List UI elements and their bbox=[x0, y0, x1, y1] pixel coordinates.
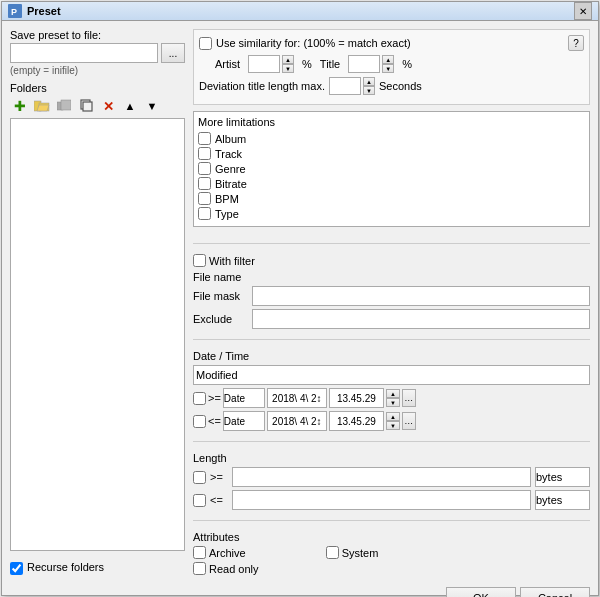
system-checkbox[interactable] bbox=[326, 546, 339, 559]
delete-button[interactable]: ✕ bbox=[98, 96, 118, 116]
length-lte-unit[interactable]: bytes KB MB bbox=[535, 490, 590, 510]
type-label: Type bbox=[215, 208, 239, 220]
deviation-spin-group: 0 ▲ ▼ bbox=[329, 77, 375, 95]
close-button[interactable]: ✕ bbox=[574, 2, 592, 20]
length-section: Length >= bytes KB MB <= byt bbox=[193, 452, 590, 510]
cancel-button[interactable]: Cancel bbox=[520, 587, 590, 597]
datetime-lte-spin: ▲ ▼ bbox=[386, 412, 400, 430]
length-gte-unit[interactable]: bytes KB MB bbox=[535, 467, 590, 487]
folders-label: Folders bbox=[10, 82, 185, 94]
datetime-gte-date[interactable] bbox=[267, 388, 327, 408]
bpm-checkbox[interactable] bbox=[198, 192, 211, 205]
save-preset-label: Save preset to file: bbox=[10, 29, 185, 41]
file-mask-row: File mask bbox=[193, 286, 590, 306]
exclude-row: Exclude bbox=[193, 309, 590, 329]
divider2 bbox=[193, 339, 590, 340]
limitations-list: Album Track Genre Bitrate bbox=[198, 132, 585, 220]
datetime-lte-type[interactable]: Date bbox=[223, 411, 265, 431]
datetime-gte-checkbox[interactable] bbox=[193, 392, 206, 405]
up-arrow-icon: ▲ bbox=[125, 100, 136, 112]
list-item: Track bbox=[198, 147, 585, 160]
add-folder2-button[interactable] bbox=[32, 96, 52, 116]
save-preset-input[interactable] bbox=[10, 43, 158, 63]
datetime-mode-select[interactable]: Modified bbox=[193, 365, 590, 385]
deviation-spin-up[interactable]: ▲ bbox=[363, 77, 375, 86]
similarity-row: Use similarity for: (100% = match exact)… bbox=[199, 35, 584, 51]
title-spin-btns: ▲ ▼ bbox=[382, 55, 394, 73]
length-lte-input[interactable] bbox=[232, 490, 531, 510]
recurse-checkbox[interactable] bbox=[10, 562, 23, 575]
limitations-box: More limitations Album Track Genre bbox=[193, 111, 590, 227]
titlebar-left: P Preset bbox=[8, 4, 61, 18]
artist-unit: % bbox=[302, 58, 312, 70]
datetime-gte-time[interactable] bbox=[329, 388, 384, 408]
bitrate-checkbox[interactable] bbox=[198, 177, 211, 190]
datetime-gte-type[interactable]: Date bbox=[223, 388, 265, 408]
artist-spin-up[interactable]: ▲ bbox=[282, 55, 294, 64]
main-content: Save preset to file: ... (empty = inifil… bbox=[2, 21, 598, 583]
album-checkbox[interactable] bbox=[198, 132, 211, 145]
similarity-checkbox[interactable] bbox=[199, 37, 212, 50]
divider1 bbox=[193, 243, 590, 244]
move-up-button[interactable]: ▲ bbox=[120, 96, 140, 116]
datetime-lte-time[interactable] bbox=[329, 411, 384, 431]
datetime-gte-spin-up[interactable]: ▲ bbox=[386, 389, 400, 398]
datetime-gte-extra[interactable]: … bbox=[402, 389, 416, 407]
divider4 bbox=[193, 520, 590, 521]
folder-icon-button[interactable] bbox=[54, 96, 74, 116]
deviation-input[interactable]: 0 bbox=[329, 77, 361, 95]
title-spin-up[interactable]: ▲ bbox=[382, 55, 394, 64]
datetime-lte-extra[interactable]: … bbox=[402, 412, 416, 430]
readonly-item: Read only bbox=[193, 562, 259, 575]
down-arrow-icon: ▼ bbox=[147, 100, 158, 112]
copy-button[interactable] bbox=[76, 96, 96, 116]
track-checkbox[interactable] bbox=[198, 147, 211, 160]
deviation-spin-btns: ▲ ▼ bbox=[363, 77, 375, 95]
genre-checkbox[interactable] bbox=[198, 162, 211, 175]
exclude-label: Exclude bbox=[193, 313, 248, 325]
datetime-lte-spin-down[interactable]: ▼ bbox=[386, 421, 400, 430]
help-button[interactable]: ? bbox=[568, 35, 584, 51]
exclude-input[interactable] bbox=[252, 309, 590, 329]
list-item: Bitrate bbox=[198, 177, 585, 190]
artist-spin-down[interactable]: ▼ bbox=[282, 64, 294, 73]
move-down-button[interactable]: ▼ bbox=[142, 96, 162, 116]
artist-label: Artist bbox=[215, 58, 240, 70]
datetime-gte-spin-down[interactable]: ▼ bbox=[386, 398, 400, 407]
title-input[interactable]: 0 bbox=[348, 55, 380, 73]
with-filter-checkbox[interactable] bbox=[193, 254, 206, 267]
deviation-spin-down[interactable]: ▼ bbox=[363, 86, 375, 95]
file-mask-input[interactable] bbox=[252, 286, 590, 306]
artist-input[interactable]: 0 bbox=[248, 55, 280, 73]
title-spin-down[interactable]: ▼ bbox=[382, 64, 394, 73]
length-gte-input[interactable] bbox=[232, 467, 531, 487]
length-lte-checkbox[interactable] bbox=[193, 494, 206, 507]
genre-label: Genre bbox=[215, 163, 246, 175]
attributes-label: Attributes bbox=[193, 531, 590, 543]
left-panel: Save preset to file: ... (empty = inifil… bbox=[10, 29, 185, 575]
length-gte-label: >= bbox=[210, 471, 228, 483]
titlebar: P Preset ✕ bbox=[2, 2, 598, 21]
similarity-inputs: Artist 0 ▲ ▼ % Title 0 ▲ ▼ bbox=[215, 55, 584, 73]
datetime-section: Date / Time Modified >= Date ▲ ▼ bbox=[193, 350, 590, 431]
add-folder-button[interactable]: ✚ bbox=[10, 96, 30, 116]
archive-checkbox[interactable] bbox=[193, 546, 206, 559]
plus-icon: ✚ bbox=[14, 98, 26, 114]
with-filter-row: With filter bbox=[193, 254, 590, 267]
datetime-lte-checkbox[interactable] bbox=[193, 415, 206, 428]
type-checkbox[interactable] bbox=[198, 207, 211, 220]
title-label: Title bbox=[320, 58, 340, 70]
datetime-lte-spin-up[interactable]: ▲ bbox=[386, 412, 400, 421]
attr-row2: Read only bbox=[193, 562, 590, 575]
ok-button[interactable]: OK bbox=[446, 587, 516, 597]
browse-button[interactable]: ... bbox=[161, 43, 185, 63]
svg-rect-7 bbox=[83, 102, 92, 111]
deviation-unit: Seconds bbox=[379, 80, 422, 92]
folders-listbox[interactable] bbox=[10, 118, 185, 551]
length-gte-checkbox[interactable] bbox=[193, 471, 206, 484]
app-icon: P bbox=[8, 4, 22, 18]
save-preset-row: ... bbox=[10, 43, 185, 63]
readonly-checkbox[interactable] bbox=[193, 562, 206, 575]
datetime-lte-date[interactable] bbox=[267, 411, 327, 431]
archive-item: Archive bbox=[193, 546, 246, 559]
